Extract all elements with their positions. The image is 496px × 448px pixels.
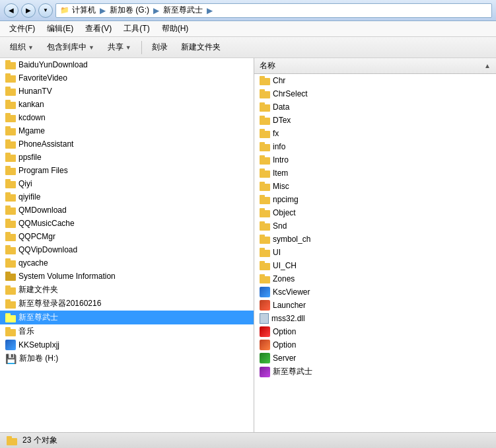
back-button[interactable]: ◀ bbox=[4, 3, 18, 18]
list-item[interactable]: HunanTV bbox=[0, 85, 254, 98]
folder-icon-small: 📁 bbox=[60, 6, 69, 15]
item-label: DTex bbox=[273, 116, 291, 125]
list-item[interactable]: ppsfile bbox=[0, 151, 254, 164]
list-item[interactable]: kankan bbox=[0, 98, 254, 111]
list-item[interactable]: Zones bbox=[254, 272, 496, 285]
list-item[interactable]: KKSetupIxjj bbox=[0, 338, 254, 352]
list-item[interactable]: 新至尊武士 bbox=[0, 311, 254, 324]
left-panel[interactable]: BaiduYunDownloadFavoriteVideoHunanTVkank… bbox=[0, 58, 254, 432]
folder-icon bbox=[260, 208, 270, 217]
list-item[interactable]: npcimg bbox=[254, 193, 496, 206]
list-item[interactable]: System Volume Information bbox=[0, 270, 254, 283]
list-item[interactable]: fx bbox=[254, 127, 496, 140]
list-item[interactable]: kcdown bbox=[0, 111, 254, 124]
item-label: Item bbox=[273, 168, 288, 178]
folder-icon bbox=[5, 179, 16, 188]
list-item[interactable]: symbol_ch bbox=[254, 233, 496, 246]
sort-arrow: ▲ bbox=[484, 62, 491, 69]
new-folder-button[interactable]: 新建文件夹 bbox=[175, 39, 227, 56]
burn-button[interactable]: 刻录 bbox=[146, 39, 174, 56]
right-panel[interactable]: 名称 ▲ ChrChrSelectDataDTexfxinfoIntroItem… bbox=[254, 58, 496, 432]
folder-icon bbox=[5, 272, 16, 281]
folder-icon bbox=[260, 248, 270, 257]
exe-icon bbox=[5, 340, 16, 350]
list-item[interactable]: FavoriteVideo bbox=[0, 71, 254, 85]
list-item[interactable]: qiyifile bbox=[0, 190, 254, 204]
item-label: KscViewer bbox=[273, 287, 310, 297]
list-item[interactable]: Snd bbox=[254, 219, 496, 233]
item-label: ChrSelect bbox=[273, 89, 308, 98]
dropdown-button[interactable]: ▼ bbox=[38, 3, 53, 18]
list-item[interactable]: Object bbox=[254, 206, 496, 219]
item-label: PhoneAssistant bbox=[18, 139, 73, 149]
menu-tools[interactable]: 工具(T) bbox=[118, 22, 155, 36]
list-item[interactable]: Intro bbox=[254, 153, 496, 167]
forward-button[interactable]: ▶ bbox=[21, 3, 36, 18]
list-item[interactable]: qycache bbox=[0, 256, 254, 270]
folder-icon bbox=[5, 87, 16, 96]
item-label: Snd bbox=[273, 221, 287, 231]
list-item[interactable]: mss32.dll bbox=[254, 312, 496, 325]
list-item[interactable]: BaiduYunDownload bbox=[0, 58, 254, 71]
list-item[interactable]: ChrSelect bbox=[254, 87, 496, 100]
folder-icon bbox=[5, 285, 16, 295]
item-label: Qiyi bbox=[18, 179, 32, 188]
list-item[interactable]: Mgame bbox=[0, 124, 254, 137]
title-bar: ◀ ▶ ▼ 📁 计算机 ▶ 新加卷 (G:) ▶ 新至尊武士 ▶ bbox=[0, 0, 496, 21]
list-item[interactable]: 新至尊登录器20160216 bbox=[0, 297, 254, 311]
exe-icon bbox=[260, 353, 270, 363]
right-column-header: 名称 ▲ bbox=[254, 58, 496, 74]
list-item[interactable]: 新建文件夹 bbox=[0, 283, 254, 297]
list-item[interactable]: 音乐 bbox=[0, 324, 254, 338]
list-item[interactable]: Program Files bbox=[0, 164, 254, 177]
folder-icon bbox=[260, 235, 270, 244]
list-item[interactable]: QQMusicCache bbox=[0, 217, 254, 230]
item-label: kcdown bbox=[18, 113, 46, 122]
item-label: 新加卷 (H:) bbox=[19, 353, 58, 364]
item-label: npcimg bbox=[273, 195, 299, 204]
folder-icon bbox=[260, 76, 270, 85]
list-item[interactable]: DTex bbox=[254, 114, 496, 127]
toolbar-sep1 bbox=[141, 41, 142, 54]
list-item[interactable]: Server bbox=[254, 352, 496, 365]
list-item[interactable]: Launcher bbox=[254, 299, 496, 312]
folder-icon bbox=[5, 192, 16, 202]
organize-label: 组织 bbox=[10, 42, 26, 53]
list-item[interactable]: QMDownload bbox=[0, 204, 254, 217]
list-item[interactable]: 💾新加卷 (H:) bbox=[0, 352, 254, 365]
item-label: System Volume Information bbox=[18, 272, 116, 281]
status-bar: 23 个对象 bbox=[0, 432, 496, 448]
list-item[interactable]: Option bbox=[254, 325, 496, 338]
share-button[interactable]: 共享 ▼ bbox=[102, 39, 137, 56]
menu-file[interactable]: 文件(F) bbox=[4, 22, 40, 36]
list-item[interactable]: Item bbox=[254, 167, 496, 180]
item-label: 新至尊武士 bbox=[18, 312, 58, 323]
menu-help[interactable]: 帮助(H) bbox=[157, 22, 194, 36]
address-sep3: ▶ bbox=[207, 6, 213, 15]
list-item[interactable]: Qiyi bbox=[0, 177, 254, 190]
list-item[interactable]: Data bbox=[254, 100, 496, 114]
item-label: Launcher bbox=[273, 301, 306, 310]
organize-button[interactable]: 组织 ▼ bbox=[4, 39, 40, 56]
include-library-label: 包含到库中 bbox=[47, 42, 87, 53]
menu-view[interactable]: 查看(V) bbox=[80, 22, 117, 36]
menu-edit[interactable]: 编辑(E) bbox=[42, 22, 79, 36]
exe-icon bbox=[260, 287, 270, 297]
list-item[interactable]: info bbox=[254, 140, 496, 153]
list-item[interactable]: 新至尊武士 bbox=[254, 365, 496, 379]
item-label: 新至尊武士 bbox=[273, 366, 312, 377]
list-item[interactable]: QQPCMgr bbox=[0, 230, 254, 243]
list-item[interactable]: Chr bbox=[254, 74, 496, 87]
folder-icon bbox=[5, 126, 16, 135]
list-item[interactable]: PhoneAssistant bbox=[0, 137, 254, 151]
item-label: QQMusicCache bbox=[18, 219, 75, 228]
list-item[interactable]: Misc bbox=[254, 180, 496, 193]
include-library-button[interactable]: 包含到库中 ▼ bbox=[41, 39, 100, 56]
list-item[interactable]: Option bbox=[254, 338, 496, 352]
list-item[interactable]: QQVipDownload bbox=[0, 243, 254, 256]
list-item[interactable]: KscViewer bbox=[254, 285, 496, 299]
toolbar: 组织 ▼ 包含到库中 ▼ 共享 ▼ 刻录 新建文件夹 bbox=[0, 37, 496, 58]
address-bar[interactable]: 📁 计算机 ▶ 新加卷 (G:) ▶ 新至尊武士 ▶ bbox=[55, 3, 492, 18]
list-item[interactable]: UI bbox=[254, 246, 496, 259]
list-item[interactable]: UI_CH bbox=[254, 259, 496, 272]
